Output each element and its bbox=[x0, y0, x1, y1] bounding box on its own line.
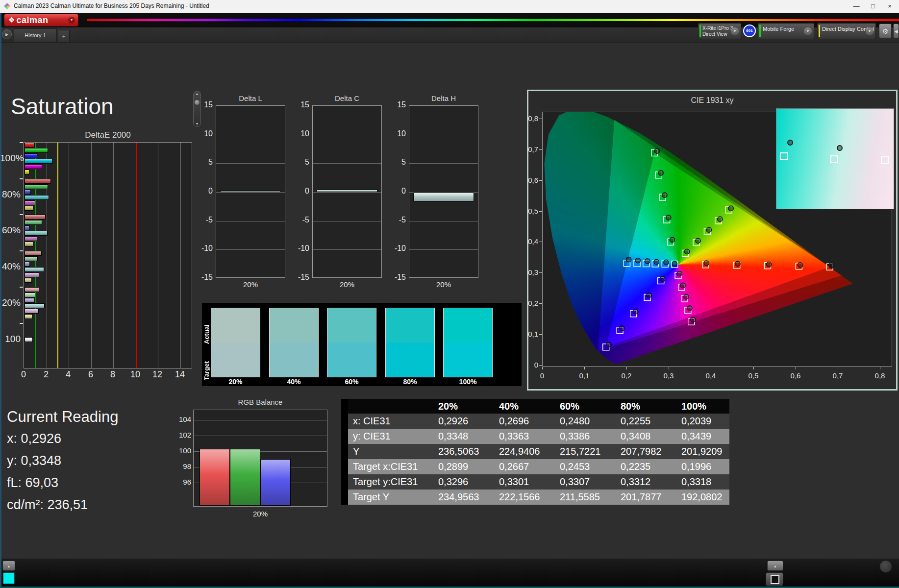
table-cell: 0,2255 bbox=[608, 414, 669, 429]
deltae-bar bbox=[25, 225, 29, 230]
tick-mark bbox=[539, 119, 542, 119]
scroll-down-icon[interactable]: ▼ bbox=[194, 122, 200, 125]
gridline bbox=[313, 192, 381, 193]
measured-marker bbox=[684, 294, 689, 299]
collapse-controls-button[interactable]: ▲ bbox=[767, 561, 783, 571]
table-cell: 0,3318 bbox=[669, 474, 729, 490]
table-cell: 0,3296 bbox=[425, 474, 486, 490]
source-selector[interactable]: Mobile Forge ▼ bbox=[758, 23, 814, 39]
row-label: Y bbox=[348, 444, 425, 459]
chevron-down-icon[interactable]: ▼ bbox=[866, 27, 874, 35]
measured-marker bbox=[633, 309, 638, 314]
row-label: Target x:CIE31 bbox=[348, 459, 425, 474]
tick-mark bbox=[584, 367, 585, 369]
deltae-x-label: 2 bbox=[39, 369, 53, 380]
table-cell: 0,2667 bbox=[486, 459, 547, 474]
cie-y-label: 0,6 bbox=[518, 176, 538, 184]
calman-menu-button[interactable]: ❖ calman ▼ bbox=[4, 14, 78, 26]
delta-y-label: 5 bbox=[293, 158, 309, 167]
rgb-x-label: 20% bbox=[193, 510, 327, 518]
measured-marker bbox=[664, 260, 669, 265]
comparison-swatch bbox=[327, 308, 376, 377]
measured-marker bbox=[696, 238, 700, 243]
chevron-down-icon[interactable]: ▼ bbox=[731, 27, 739, 35]
actual-swatch-half bbox=[444, 308, 492, 343]
tab-scroll-button[interactable]: ▶ bbox=[2, 29, 12, 39]
chevron-left-icon: ◀ bbox=[895, 29, 898, 34]
disabled-indicator bbox=[879, 560, 892, 573]
deltae-bar bbox=[25, 236, 37, 241]
gridline bbox=[409, 249, 478, 250]
collapse-tray-button[interactable]: ▲ bbox=[2, 561, 15, 571]
table-cell: 0,3439 bbox=[669, 429, 729, 444]
current-reading-title: Current Reading bbox=[7, 408, 118, 426]
delta-x-label: 20% bbox=[312, 280, 382, 289]
table-column-header: 60% bbox=[547, 399, 608, 414]
cie-y-label: 0,2 bbox=[518, 299, 538, 307]
bottom-bar: ▲ 20%40%60%80%100% ▲ ■▶[‥]∞↻ « Back Next… bbox=[0, 559, 899, 587]
measured-marker bbox=[620, 326, 624, 331]
meter-selector[interactable]: X-Rite i1Pro 3 Direct View ▼ bbox=[698, 23, 741, 39]
row-label: x: CIE31 bbox=[348, 414, 425, 429]
delta-y-label: 15 bbox=[196, 100, 213, 109]
display-control-selector[interactable]: Direct Display Control ▼ bbox=[817, 23, 876, 39]
close-button[interactable]: × bbox=[881, 0, 898, 12]
delta-y-label: 5 bbox=[389, 158, 406, 167]
gridline bbox=[113, 143, 114, 368]
scroll-up-icon[interactable]: ▲ bbox=[194, 92, 200, 96]
deltae-y-label: 100% bbox=[0, 153, 21, 164]
tick-mark bbox=[20, 142, 23, 143]
rgb-y-label: 104 bbox=[173, 415, 191, 423]
maximize-button[interactable]: □ bbox=[865, 0, 881, 12]
cie-y-label: 0,1 bbox=[518, 330, 538, 338]
comparison-swatch bbox=[443, 308, 493, 377]
measured-marker bbox=[798, 263, 802, 268]
deltae-bar bbox=[25, 215, 46, 220]
table-column-header: 80% bbox=[608, 399, 669, 414]
delta-chart-title: Delta L bbox=[206, 94, 295, 102]
rgb-bar-red bbox=[200, 449, 230, 506]
cie-y-label: 0,8 bbox=[518, 114, 538, 122]
collapse-panel-button[interactable]: ◀ bbox=[893, 24, 899, 38]
delta-y-label: -15 bbox=[293, 273, 309, 282]
rgb-y-label: 98 bbox=[173, 462, 191, 470]
chevron-down-icon[interactable]: ▼ bbox=[804, 27, 812, 35]
settings-button[interactable]: ⚙ bbox=[879, 24, 892, 38]
add-tab-button[interactable]: + bbox=[58, 30, 70, 42]
minimize-button[interactable]: — bbox=[848, 0, 865, 12]
actual-row-label: Actual bbox=[203, 309, 210, 344]
deltae-y-label: 80% bbox=[0, 189, 21, 200]
delta-bar bbox=[220, 191, 281, 192]
measured-marker bbox=[704, 261, 709, 266]
calman-window: Calman 2023 Calman Ultimate for Business… bbox=[0, 0, 899, 588]
inset-measured-marker bbox=[837, 145, 843, 151]
colorspace-badge[interactable]: 601 bbox=[743, 24, 756, 37]
table-row: Target Y234,9563222,1566211,5585201,7877… bbox=[341, 490, 729, 505]
reading-x: x: 0,2926 bbox=[7, 431, 61, 446]
stop-measure-button[interactable] bbox=[766, 572, 783, 586]
delta-y-label: -15 bbox=[389, 273, 406, 282]
deltae-bar bbox=[25, 272, 39, 277]
measured-marker bbox=[647, 293, 651, 297]
cie-x-label: 0,7 bbox=[828, 371, 848, 380]
delta-bar bbox=[317, 190, 377, 192]
target-swatch-half bbox=[211, 343, 260, 377]
table-cell: 192,0802 bbox=[669, 490, 729, 505]
chevron-down-icon[interactable]: ▼ bbox=[68, 17, 75, 24]
deltae-bar bbox=[25, 278, 32, 283]
arrow-up-icon: ▲ bbox=[774, 564, 777, 568]
deltae-bar bbox=[25, 148, 48, 153]
cie-chart-title: CIE 1931 xy bbox=[528, 96, 896, 105]
cie-y-label: 0,3 bbox=[518, 268, 538, 276]
tab-history-1[interactable]: History 1 bbox=[14, 28, 57, 42]
measured-marker bbox=[654, 148, 659, 153]
cie-y-label: 0,4 bbox=[518, 237, 538, 245]
window-title: Calman 2023 Calman Ultimate for Business… bbox=[14, 2, 209, 9]
reference-line bbox=[57, 143, 58, 368]
deltae-bar bbox=[25, 267, 44, 272]
deltae-bar bbox=[25, 309, 39, 314]
measured-marker bbox=[829, 263, 834, 268]
delta-y-label: 10 bbox=[196, 129, 213, 138]
delta-bar bbox=[413, 193, 474, 201]
delta-y-label: 0 bbox=[389, 187, 406, 196]
